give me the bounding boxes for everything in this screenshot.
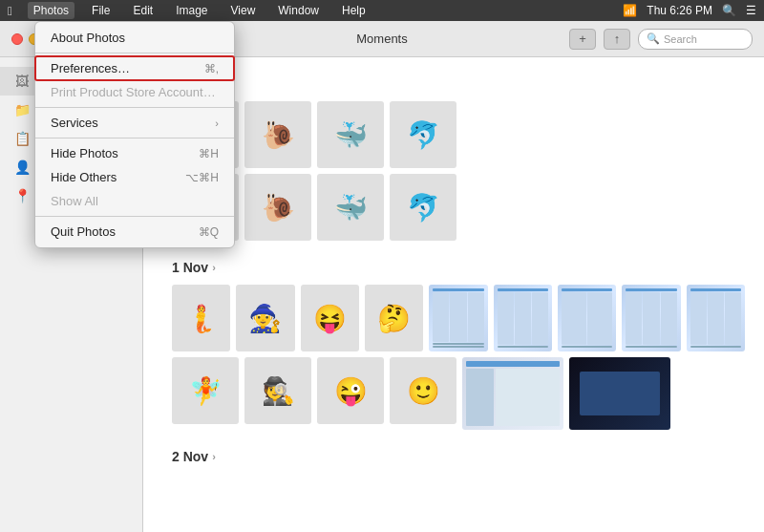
separator-2 <box>35 107 234 108</box>
menu-item-about-label: About Photos <box>51 31 219 45</box>
menu-item-about[interactable]: About Photos <box>35 26 234 50</box>
dropdown-overlay[interactable]: About Photos Preferences… ⌘, Print Produ… <box>0 0 764 532</box>
menu-item-show-all-label: Show All <box>51 194 219 208</box>
separator-1 <box>35 53 234 53</box>
quit-shortcut: ⌘Q <box>199 225 219 239</box>
services-arrow-icon: › <box>215 117 219 129</box>
photos-dropdown-menu: About Photos Preferences… ⌘, Print Produ… <box>34 21 235 248</box>
menu-item-preferences-label: Preferences… <box>51 61 204 75</box>
hide-photos-shortcut: ⌘H <box>199 147 219 160</box>
separator-3 <box>35 138 234 138</box>
menu-item-preferences[interactable]: Preferences… ⌘, <box>35 56 234 80</box>
menu-item-print: Print Product Store Account… <box>35 80 234 104</box>
menu-item-hide-others-label: Hide Others <box>51 170 185 184</box>
menu-item-quit[interactable]: Quit Photos ⌘Q <box>35 220 234 244</box>
preferences-shortcut: ⌘, <box>204 62 219 75</box>
menu-item-quit-label: Quit Photos <box>51 224 199 239</box>
menu-item-print-label: Print Product Store Account… <box>51 85 219 99</box>
separator-4 <box>35 216 234 217</box>
menu-item-hide-others[interactable]: Hide Others ⌥⌘H <box>35 165 234 189</box>
menu-item-hide-photos-label: Hide Photos <box>51 146 199 160</box>
menu-item-hide-photos[interactable]: Hide Photos ⌘H <box>35 141 234 165</box>
menu-item-services[interactable]: Services › <box>35 111 234 135</box>
menu-item-services-label: Services <box>51 116 215 130</box>
menu-item-show-all: Show All <box>35 189 234 213</box>
hide-others-shortcut: ⌥⌘H <box>185 171 219 184</box>
